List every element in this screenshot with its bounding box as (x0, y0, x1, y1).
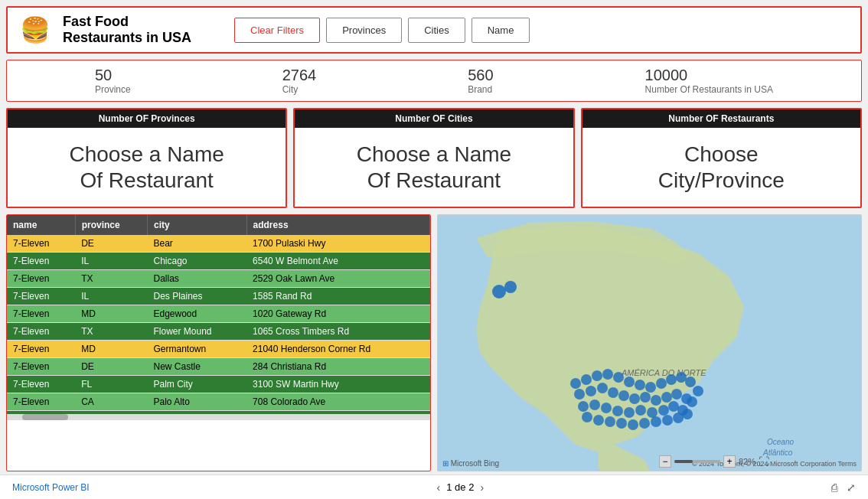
cell-city: New Castle (148, 358, 247, 376)
map-continent-label: AMÉRIC​A DO NORTE (621, 368, 706, 377)
table-row: 7-ElevenFLPalm City3100 SW Martin Hwy (7, 376, 430, 393)
cell-address: 1065 Cross Timbers Rd (246, 323, 429, 341)
header-title: Fast Food Restaurants in USA (63, 14, 191, 46)
expand-icon[interactable]: ⤢ (847, 481, 856, 494)
svg-point-43 (582, 412, 592, 422)
cell-province: MD (75, 305, 147, 323)
cell-name: 7-Eleven (7, 270, 75, 288)
fullscreen-icon[interactable]: ⛶ (759, 455, 769, 468)
svg-point-10 (592, 370, 602, 381)
clear-filters-button[interactable]: Clear Filters (234, 18, 320, 43)
table-row: 7-ElevenCAPalo Alto708 Colorado Ave (7, 393, 430, 411)
app-logo: 🍔 (20, 15, 51, 44)
cell-address: 21040 Henderson Corner Rd (246, 341, 429, 358)
svg-point-14 (635, 380, 645, 390)
kpi-restaurants-value: ChooseCity/Province (582, 128, 860, 207)
footer-icons: ⎙ ⤢ (831, 481, 856, 494)
kpi-row: Number OF Provinces Choose a NameOf Rest… (6, 108, 862, 208)
svg-point-11 (602, 369, 613, 380)
col-province: province (75, 215, 147, 235)
table-row: 7-ElevenMDEdgewood1020 Gateway Rd (7, 305, 430, 323)
col-address: address (246, 215, 429, 235)
cell-province: MD (75, 341, 147, 358)
svg-point-15 (645, 382, 656, 393)
table-scroll[interactable]: name province city address 7-ElevenDEBea… (7, 215, 430, 414)
cell-address: 1700 Pulaski Hwy (246, 235, 429, 253)
cell-name: 7-Eleven (7, 341, 75, 358)
cell-city: Bear (148, 235, 247, 253)
svg-point-45 (605, 416, 615, 427)
next-page-button[interactable]: › (480, 481, 484, 494)
zoom-out-button[interactable]: − (659, 455, 671, 468)
share-icon[interactable]: ⎙ (831, 481, 837, 494)
app-container: 🍔 Fast Food Restaurants in USA Clear Fil… (0, 0, 868, 499)
svg-point-48 (639, 418, 650, 429)
stat-restaurants: 10000 Number Of Restaurants in USA (645, 67, 773, 95)
svg-point-16 (656, 378, 667, 389)
svg-point-53 (492, 285, 506, 298)
header: 🍔 Fast Food Restaurants in USA Clear Fil… (6, 6, 862, 54)
svg-point-8 (570, 378, 581, 389)
cell-address: 6540 W Belmont Ave (246, 253, 429, 270)
kpi-restaurants[interactable]: Number OF Restaurants ChooseCity/Provinc… (581, 108, 862, 208)
cell-name: 7-Eleven (7, 358, 75, 376)
stat-provinces: 50 Province (95, 67, 131, 95)
col-city: city (148, 215, 247, 235)
cell-province: CA (75, 393, 147, 411)
cell-province: IL (75, 288, 147, 305)
cell-province: DE (75, 235, 147, 253)
footer-navigation: ‹ 1 de 2 › (437, 481, 485, 494)
svg-point-47 (628, 419, 638, 430)
prev-page-button[interactable]: ‹ (437, 481, 441, 494)
data-table: name province city address 7-ElevenDEBea… (7, 215, 430, 414)
cell-city: Des Plaines (148, 288, 247, 305)
cell-name: 7-Eleven (7, 305, 75, 323)
kpi-provinces[interactable]: Number OF Provinces Choose a NameOf Rest… (6, 108, 287, 208)
zoom-slider[interactable] (674, 460, 720, 463)
zoom-in-button[interactable]: + (723, 455, 736, 468)
cell-address: 1585 Rand Rd (246, 288, 429, 305)
power-bi-link[interactable]: Microsoft Power BI (12, 482, 90, 493)
map-section[interactable]: AMÉRIC​A DO NORTE Oceano Pacífico Oceano… (437, 214, 862, 471)
table-row: 7-ElevenDENew Castle284 Christiana Rd (7, 358, 430, 376)
cell-name: 7-Eleven (7, 393, 75, 411)
svg-point-51 (673, 413, 684, 423)
svg-point-19 (685, 377, 696, 387)
svg-point-54 (504, 281, 517, 293)
kpi-cities[interactable]: Number OF Cities Choose a NameOf Restaur… (293, 108, 574, 208)
svg-point-42 (687, 396, 697, 407)
svg-point-30 (671, 389, 682, 400)
cell-province: IL (75, 253, 147, 270)
svg-point-26 (629, 393, 640, 404)
cell-province: TX (75, 270, 147, 288)
footer: Microsoft Power BI ‹ 1 de 2 › ⎙ ⤢ (0, 475, 868, 499)
col-name: name (7, 215, 75, 235)
svg-point-20 (693, 386, 703, 396)
svg-point-25 (618, 390, 629, 401)
cell-address: 284 Christiana Rd (246, 358, 429, 376)
svg-point-17 (666, 374, 677, 385)
svg-point-36 (624, 407, 635, 418)
horizontal-scrollbar[interactable] (7, 414, 430, 420)
svg-point-39 (658, 405, 669, 416)
svg-point-52 (682, 409, 693, 419)
cell-name: 7-Eleven (7, 376, 75, 393)
name-button[interactable]: Name (472, 18, 530, 43)
svg-point-22 (586, 386, 596, 396)
page-indicator: 1 de 2 (446, 481, 474, 493)
zoom-level: 82% (739, 457, 755, 466)
cell-province: TX (75, 323, 147, 341)
svg-point-27 (640, 392, 651, 403)
table-row: 7-ElevenDEBear1700 Pulaski Hwy (7, 235, 430, 253)
cell-city: Palm City (148, 376, 247, 393)
cities-button[interactable]: Cities (408, 18, 465, 43)
cell-city: Germantown (148, 341, 247, 358)
provinces-button[interactable]: Provinces (326, 18, 402, 43)
svg-point-50 (662, 415, 673, 426)
cell-name: 7-Eleven (7, 253, 75, 270)
table-row: 7-ElevenILChicago6540 W Belmont Ave (7, 253, 430, 270)
svg-point-18 (676, 372, 687, 383)
cell-city: Chicago (148, 253, 247, 270)
svg-point-35 (612, 406, 623, 416)
cell-province: DE (75, 358, 147, 376)
